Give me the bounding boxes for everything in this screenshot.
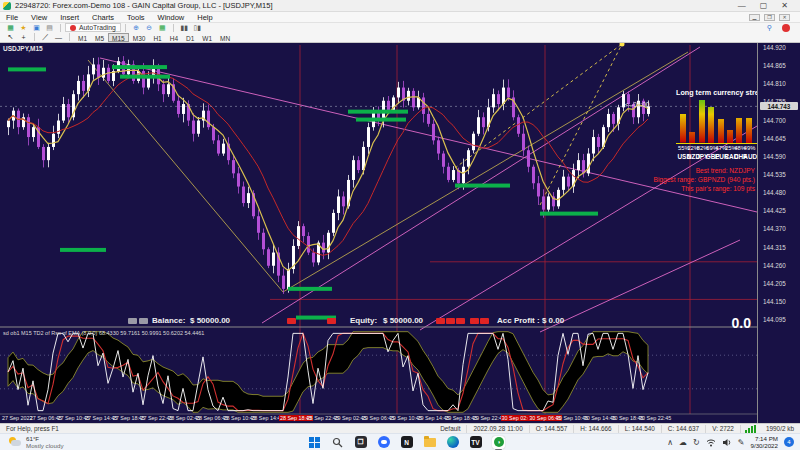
cursor-icon[interactable]: ↖ (5, 33, 16, 42)
chart-restore-icon[interactable]: ❐ (764, 14, 775, 21)
mt4-active-app-button[interactable]: ◑ (492, 436, 505, 449)
chart-minimize-icon[interactable]: ▁ (749, 14, 760, 21)
zoom-in-icon[interactable]: ⊕ (131, 23, 142, 32)
crosshair-icon[interactable]: + (18, 33, 29, 42)
new-chart-icon[interactable]: ▦ (5, 23, 16, 32)
timeframe-button-m15[interactable]: M15 (108, 33, 129, 42)
timeframe-button-m30[interactable]: M30 (129, 33, 150, 42)
candle-body (142, 71, 145, 88)
zoom-out-icon[interactable]: ⊖ (144, 23, 155, 32)
menu-view[interactable]: View (31, 13, 47, 22)
timeframe-button-h4[interactable]: H4 (166, 33, 182, 42)
minimize-button[interactable]: — (738, 1, 746, 10)
file-explorer-button[interactable] (423, 436, 436, 449)
traffic-counter: 1990/2 kb (760, 425, 800, 433)
timeframe-button-m5[interactable]: M5 (91, 33, 108, 42)
price-tick: 144.810 (763, 80, 786, 87)
sr-zone-green (120, 75, 170, 79)
edge-icon (447, 436, 459, 448)
price-tick: 144.205 (763, 280, 786, 287)
taskbar-search-button[interactable] (331, 436, 344, 449)
profile-name[interactable]: Default (434, 425, 467, 433)
candle-body (272, 253, 275, 266)
candle-body (497, 94, 500, 104)
timeframe-button-m1[interactable]: M1 (74, 33, 91, 42)
chart-window-controls[interactable]: ▁ ❐ ✕ (749, 14, 800, 21)
menu-tools[interactable]: Tools (127, 13, 145, 22)
timeframe-button-d1[interactable]: D1 (182, 33, 198, 42)
ohlc-close: C: 144.637 (662, 425, 706, 433)
profiles-icon[interactable]: ★ (18, 23, 29, 32)
notification-count-badge[interactable]: 4 (784, 437, 794, 447)
candle-body (62, 104, 65, 121)
currency-strength-panel: Long term currency strength 55%USD22%NZD… (676, 87, 757, 192)
task-view-button[interactable]: ❒ (354, 436, 367, 449)
menu-file[interactable]: File (6, 13, 18, 22)
window-title: 22948720: Forex.com-Demo 108 - GAIN Capi… (15, 1, 272, 10)
strength-bar-usd (680, 114, 686, 143)
volume-icon[interactable] (722, 438, 732, 447)
onedrive-cloud-icon[interactable]: ☁ (679, 438, 687, 447)
candle-body (182, 104, 185, 114)
pen-icon[interactable]: ✎ (738, 438, 745, 447)
equity-label: Equity: (350, 316, 377, 325)
candle-body (212, 127, 215, 140)
chart-area[interactable]: USDJPY,M15 <--01:00 0.0 sd ob1 M15 TD2 o… (0, 43, 757, 423)
chat-button[interactable] (377, 436, 390, 449)
taskbar-clock[interactable]: 7:14 PM 9/30/2022 (750, 435, 778, 450)
start-button[interactable] (308, 436, 321, 449)
candle-body (587, 154, 590, 174)
edge-button[interactable] (446, 436, 459, 449)
search-icon[interactable]: ⚲ (764, 23, 775, 32)
menu-window[interactable]: Window (158, 13, 185, 22)
candle-body (547, 196, 550, 209)
status-bar: For Help, press F1 Default 2022.09.28 11… (0, 423, 800, 433)
price-chart-canvas[interactable] (0, 43, 757, 423)
candle-body (102, 68, 105, 78)
maximize-button[interactable]: ▢ (760, 1, 768, 10)
ohlc-high: H: 144.666 (574, 425, 618, 433)
trendline-icon[interactable]: ／ (40, 33, 51, 42)
wifi-icon[interactable] (706, 438, 716, 447)
tray-expand-chevron-icon[interactable]: ∧ (667, 438, 673, 447)
navigator-icon[interactable]: ▤ (44, 23, 55, 32)
candle-body (322, 243, 325, 253)
candle-body (332, 213, 335, 233)
close-button[interactable]: ✕ (781, 1, 788, 10)
chart-close-icon[interactable]: ✕ (779, 14, 790, 21)
menu-help[interactable]: Help (197, 13, 212, 22)
equity-value: $ 50000.00 (383, 316, 423, 325)
bar-chart-mode-icon[interactable]: ▮▮ (179, 23, 190, 32)
price-tick: 144.590 (763, 153, 786, 160)
candle-body (7, 121, 10, 128)
candle-body (287, 269, 290, 289)
notepad-button[interactable]: N (400, 436, 413, 449)
price-tick: 144.755 (763, 98, 786, 105)
candle-body (472, 134, 475, 151)
menu-insert[interactable]: Insert (60, 13, 79, 22)
autotrading-button[interactable]: AutoTrading (65, 23, 121, 32)
candle-body (327, 233, 330, 253)
timeframe-button-h1[interactable]: H1 (149, 33, 165, 42)
candle-body (307, 236, 310, 253)
candle-body (297, 226, 300, 246)
candle-chart-mode-icon[interactable]: ▯▮ (192, 23, 203, 32)
candle-body (407, 91, 410, 101)
candle-body (282, 276, 285, 289)
notification-icon[interactable] (782, 24, 790, 32)
timeframe-buttons: M1M5M15M30H1H4D1W1MN (74, 33, 234, 42)
timeframe-button-mn[interactable]: MN (216, 33, 234, 42)
taskbar-weather-widget[interactable]: 61°F Mostly cloudy (0, 435, 63, 449)
menu-charts[interactable]: Charts (92, 13, 114, 22)
tile-windows-icon[interactable]: ▦ (157, 23, 168, 32)
sync-icon[interactable]: ↻ (693, 438, 700, 447)
tradingview-button[interactable]: TV (469, 436, 482, 449)
candle-body (492, 94, 495, 107)
toolbar-linestudies: ↖ + ／ — M1M5M15M30H1H4D1W1MN (0, 32, 800, 43)
market-watch-icon[interactable]: ▣ (31, 23, 42, 32)
timeframe-button-w1[interactable]: W1 (198, 33, 216, 42)
marker-badge (128, 318, 137, 324)
trade-badge (287, 318, 296, 324)
candle-body (162, 84, 165, 94)
horizontal-line-icon[interactable]: — (53, 33, 64, 42)
